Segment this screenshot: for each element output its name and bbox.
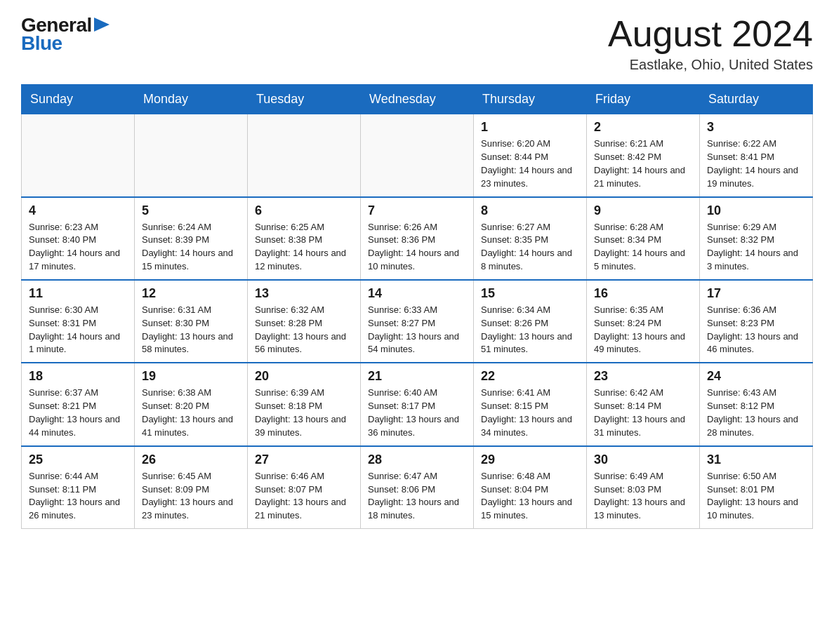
- table-row: 28Sunrise: 6:47 AMSunset: 8:06 PMDayligh…: [361, 446, 474, 529]
- month-year-title: August 2024: [608, 14, 813, 54]
- table-row: 19Sunrise: 6:38 AMSunset: 8:20 PMDayligh…: [135, 363, 248, 445]
- header-thursday: Thursday: [474, 85, 587, 114]
- day-info: Sunrise: 6:20 AMSunset: 8:44 PMDaylight:…: [481, 137, 579, 190]
- day-info: Sunrise: 6:34 AMSunset: 8:26 PMDaylight:…: [481, 304, 579, 356]
- title-section: August 2024 Eastlake, Ohio, United State…: [608, 14, 813, 73]
- table-row: 7Sunrise: 6:26 AMSunset: 8:36 PMDaylight…: [361, 197, 474, 280]
- table-row: [22, 114, 135, 197]
- day-info: Sunrise: 6:46 AMSunset: 8:07 PMDaylight:…: [255, 470, 353, 523]
- day-number: 20: [255, 369, 353, 384]
- logo-blue-text: Blue: [21, 32, 62, 55]
- table-row: 22Sunrise: 6:41 AMSunset: 8:15 PMDayligh…: [474, 363, 587, 445]
- table-row: 1Sunrise: 6:20 AMSunset: 8:44 PMDaylight…: [474, 114, 587, 197]
- table-row: 18Sunrise: 6:37 AMSunset: 8:21 PMDayligh…: [22, 363, 135, 445]
- day-info: Sunrise: 6:44 AMSunset: 8:11 PMDaylight:…: [29, 470, 127, 523]
- day-number: 14: [368, 286, 466, 301]
- page-header: General Blue August 2024 Eastlake, Ohio,…: [21, 14, 813, 73]
- day-info: Sunrise: 6:27 AMSunset: 8:35 PMDaylight:…: [481, 221, 579, 274]
- day-info: Sunrise: 6:47 AMSunset: 8:06 PMDaylight:…: [368, 470, 466, 523]
- day-info: Sunrise: 6:49 AMSunset: 8:03 PMDaylight:…: [594, 470, 692, 523]
- day-number: 29: [481, 452, 579, 467]
- day-number: 1: [481, 120, 579, 135]
- day-number: 19: [142, 369, 240, 384]
- day-info: Sunrise: 6:48 AMSunset: 8:04 PMDaylight:…: [481, 470, 579, 523]
- calendar-table: Sunday Monday Tuesday Wednesday Thursday…: [21, 84, 813, 529]
- day-info: Sunrise: 6:41 AMSunset: 8:15 PMDaylight:…: [481, 387, 579, 439]
- day-number: 25: [29, 452, 127, 467]
- calendar-week-row: 1Sunrise: 6:20 AMSunset: 8:44 PMDaylight…: [22, 114, 813, 197]
- table-row: 15Sunrise: 6:34 AMSunset: 8:26 PMDayligh…: [474, 280, 587, 363]
- day-number: 12: [142, 286, 240, 301]
- table-row: 10Sunrise: 6:29 AMSunset: 8:32 PMDayligh…: [700, 197, 813, 280]
- table-row: 29Sunrise: 6:48 AMSunset: 8:04 PMDayligh…: [474, 446, 587, 529]
- table-row: 17Sunrise: 6:36 AMSunset: 8:23 PMDayligh…: [700, 280, 813, 363]
- day-info: Sunrise: 6:31 AMSunset: 8:30 PMDaylight:…: [142, 304, 240, 356]
- table-row: 24Sunrise: 6:43 AMSunset: 8:12 PMDayligh…: [700, 363, 813, 445]
- table-row: 3Sunrise: 6:22 AMSunset: 8:41 PMDaylight…: [700, 114, 813, 197]
- header-wednesday: Wednesday: [361, 85, 474, 114]
- day-number: 21: [368, 369, 466, 384]
- table-row: 4Sunrise: 6:23 AMSunset: 8:40 PMDaylight…: [22, 197, 135, 280]
- day-info: Sunrise: 6:24 AMSunset: 8:39 PMDaylight:…: [142, 221, 240, 274]
- day-info: Sunrise: 6:36 AMSunset: 8:23 PMDaylight:…: [707, 304, 805, 356]
- table-row: 9Sunrise: 6:28 AMSunset: 8:34 PMDaylight…: [587, 197, 700, 280]
- day-number: 2: [594, 120, 692, 135]
- day-number: 16: [594, 286, 692, 301]
- day-number: 5: [142, 203, 240, 218]
- day-number: 22: [481, 369, 579, 384]
- day-number: 13: [255, 286, 353, 301]
- day-number: 7: [368, 203, 466, 218]
- table-row: 14Sunrise: 6:33 AMSunset: 8:27 PMDayligh…: [361, 280, 474, 363]
- header-sunday: Sunday: [22, 85, 135, 114]
- day-number: 3: [707, 120, 805, 135]
- location-subtitle: Eastlake, Ohio, United States: [608, 57, 813, 73]
- day-number: 10: [707, 203, 805, 218]
- table-row: [361, 114, 474, 197]
- table-row: 26Sunrise: 6:45 AMSunset: 8:09 PMDayligh…: [135, 446, 248, 529]
- table-row: [135, 114, 248, 197]
- day-number: 23: [594, 369, 692, 384]
- day-number: 24: [707, 369, 805, 384]
- day-info: Sunrise: 6:32 AMSunset: 8:28 PMDaylight:…: [255, 304, 353, 356]
- day-number: 28: [368, 452, 466, 467]
- day-number: 8: [481, 203, 579, 218]
- table-row: 31Sunrise: 6:50 AMSunset: 8:01 PMDayligh…: [700, 446, 813, 529]
- day-info: Sunrise: 6:45 AMSunset: 8:09 PMDaylight:…: [142, 470, 240, 523]
- day-info: Sunrise: 6:39 AMSunset: 8:18 PMDaylight:…: [255, 387, 353, 439]
- header-saturday: Saturday: [700, 85, 813, 114]
- table-row: 25Sunrise: 6:44 AMSunset: 8:11 PMDayligh…: [22, 446, 135, 529]
- table-row: 2Sunrise: 6:21 AMSunset: 8:42 PMDaylight…: [587, 114, 700, 197]
- day-info: Sunrise: 6:22 AMSunset: 8:41 PMDaylight:…: [707, 137, 805, 190]
- calendar-week-row: 18Sunrise: 6:37 AMSunset: 8:21 PMDayligh…: [22, 363, 813, 445]
- calendar-header-row: Sunday Monday Tuesday Wednesday Thursday…: [22, 85, 813, 114]
- day-info: Sunrise: 6:35 AMSunset: 8:24 PMDaylight:…: [594, 304, 692, 356]
- day-number: 18: [29, 369, 127, 384]
- day-number: 27: [255, 452, 353, 467]
- table-row: 6Sunrise: 6:25 AMSunset: 8:38 PMDaylight…: [248, 197, 361, 280]
- day-info: Sunrise: 6:37 AMSunset: 8:21 PMDaylight:…: [29, 387, 127, 439]
- table-row: 8Sunrise: 6:27 AMSunset: 8:35 PMDaylight…: [474, 197, 587, 280]
- day-info: Sunrise: 6:23 AMSunset: 8:40 PMDaylight:…: [29, 221, 127, 274]
- table-row: 11Sunrise: 6:30 AMSunset: 8:31 PMDayligh…: [22, 280, 135, 363]
- svg-marker-0: [94, 18, 110, 32]
- header-monday: Monday: [135, 85, 248, 114]
- day-info: Sunrise: 6:38 AMSunset: 8:20 PMDaylight:…: [142, 387, 240, 439]
- table-row: 13Sunrise: 6:32 AMSunset: 8:28 PMDayligh…: [248, 280, 361, 363]
- day-number: 31: [707, 452, 805, 467]
- header-tuesday: Tuesday: [248, 85, 361, 114]
- table-row: 27Sunrise: 6:46 AMSunset: 8:07 PMDayligh…: [248, 446, 361, 529]
- calendar-week-row: 4Sunrise: 6:23 AMSunset: 8:40 PMDaylight…: [22, 197, 813, 280]
- calendar-week-row: 25Sunrise: 6:44 AMSunset: 8:11 PMDayligh…: [22, 446, 813, 529]
- table-row: 30Sunrise: 6:49 AMSunset: 8:03 PMDayligh…: [587, 446, 700, 529]
- day-info: Sunrise: 6:26 AMSunset: 8:36 PMDaylight:…: [368, 221, 466, 274]
- day-number: 6: [255, 203, 353, 218]
- logo-arrow-icon: [94, 18, 110, 32]
- logo: General Blue: [21, 14, 110, 55]
- day-info: Sunrise: 6:25 AMSunset: 8:38 PMDaylight:…: [255, 221, 353, 274]
- header-friday: Friday: [587, 85, 700, 114]
- day-info: Sunrise: 6:50 AMSunset: 8:01 PMDaylight:…: [707, 470, 805, 523]
- day-info: Sunrise: 6:40 AMSunset: 8:17 PMDaylight:…: [368, 387, 466, 439]
- table-row: [248, 114, 361, 197]
- day-number: 15: [481, 286, 579, 301]
- calendar-week-row: 11Sunrise: 6:30 AMSunset: 8:31 PMDayligh…: [22, 280, 813, 363]
